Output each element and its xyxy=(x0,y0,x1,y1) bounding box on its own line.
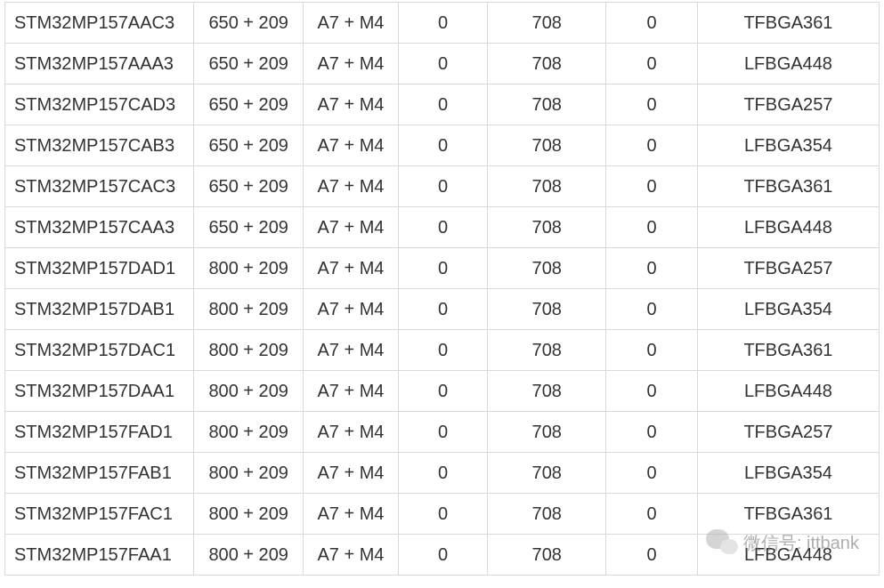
frequency-cell: 800 + 209 xyxy=(194,330,304,371)
frequency-cell: 650 + 209 xyxy=(194,3,304,44)
core-cell: A7 + M4 xyxy=(304,207,399,248)
package-cell: LFBGA448 xyxy=(697,371,879,412)
value-cell-3: 0 xyxy=(606,3,698,44)
frequency-cell: 650 + 209 xyxy=(194,207,304,248)
value-cell-2: 708 xyxy=(488,248,606,289)
package-cell: TFBGA361 xyxy=(697,3,879,44)
part-number-cell: STM32MP157FAA1 xyxy=(5,535,194,576)
value-cell-3: 0 xyxy=(606,494,698,535)
frequency-cell: 800 + 209 xyxy=(194,248,304,289)
core-cell: A7 + M4 xyxy=(304,494,399,535)
core-cell: A7 + M4 xyxy=(304,535,399,576)
value-cell-2: 708 xyxy=(488,535,606,576)
part-number-cell: STM32MP157FAC1 xyxy=(5,494,194,535)
package-cell: LFBGA448 xyxy=(697,207,879,248)
table-row: STM32MP157CAA3650 + 209A7 + M407080LFBGA… xyxy=(5,207,880,248)
value-cell-3: 0 xyxy=(606,453,698,494)
value-cell-1: 0 xyxy=(398,371,488,412)
value-cell-1: 0 xyxy=(398,535,488,576)
table-row: STM32MP157AAC3650 + 209A7 + M407080TFBGA… xyxy=(5,3,880,44)
value-cell-1: 0 xyxy=(398,125,488,166)
value-cell-2: 708 xyxy=(488,330,606,371)
part-number-cell: STM32MP157CAA3 xyxy=(5,207,194,248)
part-number-cell: STM32MP157AAA3 xyxy=(5,44,194,85)
value-cell-1: 0 xyxy=(398,166,488,207)
value-cell-1: 0 xyxy=(398,207,488,248)
table-row: STM32MP157DAD1800 + 209A7 + M407080TFBGA… xyxy=(5,248,880,289)
parts-table: STM32MP157AAC3650 + 209A7 + M407080TFBGA… xyxy=(4,2,880,576)
value-cell-3: 0 xyxy=(606,44,698,85)
frequency-cell: 800 + 209 xyxy=(194,535,304,576)
value-cell-2: 708 xyxy=(488,3,606,44)
part-number-cell: STM32MP157FAD1 xyxy=(5,412,194,453)
table-row: STM32MP157FAC1800 + 209A7 + M407080TFBGA… xyxy=(5,494,880,535)
table-row: STM32MP157DAA1800 + 209A7 + M407080LFBGA… xyxy=(5,371,880,412)
value-cell-2: 708 xyxy=(488,453,606,494)
table-row: STM32MP157FAB1800 + 209A7 + M407080LFBGA… xyxy=(5,453,880,494)
table-row: STM32MP157AAA3650 + 209A7 + M407080LFBGA… xyxy=(5,44,880,85)
frequency-cell: 650 + 209 xyxy=(194,44,304,85)
package-cell: TFBGA361 xyxy=(697,494,879,535)
core-cell: A7 + M4 xyxy=(304,412,399,453)
package-cell: LFBGA354 xyxy=(697,289,879,330)
value-cell-2: 708 xyxy=(488,207,606,248)
core-cell: A7 + M4 xyxy=(304,371,399,412)
part-number-cell: STM32MP157DAC1 xyxy=(5,330,194,371)
value-cell-3: 0 xyxy=(606,371,698,412)
part-number-cell: STM32MP157AAC3 xyxy=(5,3,194,44)
table-row: STM32MP157CAD3650 + 209A7 + M407080TFBGA… xyxy=(5,85,880,125)
frequency-cell: 800 + 209 xyxy=(194,453,304,494)
frequency-cell: 800 + 209 xyxy=(194,371,304,412)
value-cell-1: 0 xyxy=(398,453,488,494)
value-cell-1: 0 xyxy=(398,330,488,371)
value-cell-3: 0 xyxy=(606,412,698,453)
package-cell: TFBGA257 xyxy=(697,412,879,453)
table-row: STM32MP157CAC3650 + 209A7 + M407080TFBGA… xyxy=(5,166,880,207)
value-cell-2: 708 xyxy=(488,412,606,453)
value-cell-3: 0 xyxy=(606,330,698,371)
core-cell: A7 + M4 xyxy=(304,330,399,371)
value-cell-3: 0 xyxy=(606,166,698,207)
value-cell-2: 708 xyxy=(488,289,606,330)
value-cell-1: 0 xyxy=(398,3,488,44)
part-number-cell: STM32MP157DAB1 xyxy=(5,289,194,330)
value-cell-1: 0 xyxy=(398,494,488,535)
frequency-cell: 800 + 209 xyxy=(194,412,304,453)
value-cell-3: 0 xyxy=(606,289,698,330)
table-row: STM32MP157DAC1800 + 209A7 + M407080TFBGA… xyxy=(5,330,880,371)
table-row: STM32MP157CAB3650 + 209A7 + M407080LFBGA… xyxy=(5,125,880,166)
package-cell: TFBGA257 xyxy=(697,85,879,125)
table-row: STM32MP157FAD1800 + 209A7 + M407080TFBGA… xyxy=(5,412,880,453)
part-number-cell: STM32MP157FAB1 xyxy=(5,453,194,494)
core-cell: A7 + M4 xyxy=(304,453,399,494)
value-cell-2: 708 xyxy=(488,44,606,85)
package-cell: TFBGA361 xyxy=(697,330,879,371)
frequency-cell: 650 + 209 xyxy=(194,125,304,166)
part-number-cell: STM32MP157DAD1 xyxy=(5,248,194,289)
value-cell-2: 708 xyxy=(488,371,606,412)
core-cell: A7 + M4 xyxy=(304,85,399,125)
part-number-cell: STM32MP157CAB3 xyxy=(5,125,194,166)
frequency-cell: 800 + 209 xyxy=(194,494,304,535)
table-row: STM32MP157FAA1800 + 209A7 + M407080LFBGA… xyxy=(5,535,880,576)
value-cell-2: 708 xyxy=(488,125,606,166)
part-number-cell: STM32MP157CAD3 xyxy=(5,85,194,125)
core-cell: A7 + M4 xyxy=(304,44,399,85)
package-cell: LFBGA354 xyxy=(697,453,879,494)
core-cell: A7 + M4 xyxy=(304,289,399,330)
value-cell-1: 0 xyxy=(398,44,488,85)
value-cell-3: 0 xyxy=(606,125,698,166)
part-number-cell: STM32MP157CAC3 xyxy=(5,166,194,207)
value-cell-1: 0 xyxy=(398,412,488,453)
core-cell: A7 + M4 xyxy=(304,248,399,289)
package-cell: LFBGA448 xyxy=(697,535,879,576)
value-cell-3: 0 xyxy=(606,85,698,125)
part-number-cell: STM32MP157DAA1 xyxy=(5,371,194,412)
value-cell-3: 0 xyxy=(606,248,698,289)
value-cell-3: 0 xyxy=(606,535,698,576)
frequency-cell: 650 + 209 xyxy=(194,166,304,207)
value-cell-2: 708 xyxy=(488,494,606,535)
value-cell-1: 0 xyxy=(398,248,488,289)
frequency-cell: 650 + 209 xyxy=(194,85,304,125)
package-cell: LFBGA448 xyxy=(697,44,879,85)
